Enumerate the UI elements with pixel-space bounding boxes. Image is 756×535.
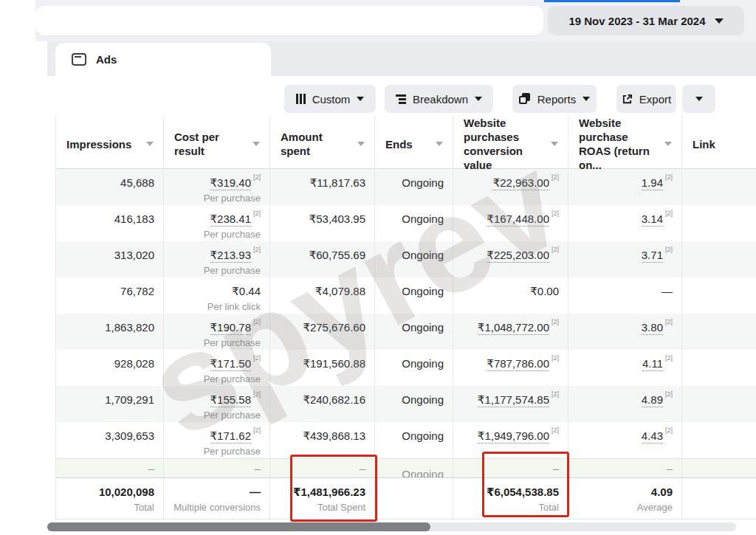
amount-spent-cell: ₹191,560.88 xyxy=(270,350,375,386)
chevron-down-icon xyxy=(715,18,724,24)
tab-ads[interactable]: Ads xyxy=(55,43,271,76)
breakdown-icon xyxy=(396,94,406,104)
search-filter-bar[interactable] xyxy=(35,6,543,35)
header-label: Ends xyxy=(385,137,413,151)
sort-caret-icon[interactable] xyxy=(357,142,365,146)
conversion-value-cell: ₹787,786.00[2] xyxy=(453,350,568,386)
ends-cell: Ongoing xyxy=(375,386,453,422)
roas-cell: 3.71[2] xyxy=(568,241,682,277)
table-row[interactable]: 76,782₹0.44Per link click₹4,079.88Ongoin… xyxy=(56,277,756,314)
column-header-conversion-value[interactable]: Website purchases conversion value xyxy=(453,116,568,172)
conversion-value-cell: ₹225,203.00[2] xyxy=(453,241,568,277)
reports-button-label: Reports xyxy=(537,93,577,106)
conversion-total-cell: ₹6,054,538.85 Total xyxy=(453,478,568,519)
column-header-amount-spent[interactable]: Amount spent xyxy=(270,116,375,172)
impressions-cell: 3,309,653 xyxy=(56,422,164,458)
table-row[interactable]: 416,183₹238.41[2]Per purchase₹53,403.95O… xyxy=(56,205,756,241)
impressions-cell: 45,688 xyxy=(56,169,164,205)
column-header-link[interactable]: Link xyxy=(682,116,756,172)
more-options-button[interactable] xyxy=(682,85,715,113)
amount-spent-cell: ₹4,079.88 xyxy=(270,277,375,314)
columns-icon xyxy=(296,94,306,104)
link-cell xyxy=(682,169,756,205)
ends-cell: Ongoing xyxy=(375,277,453,314)
amount-spent-cell: ₹439,868.13 xyxy=(270,422,375,458)
ends-cell: Ongoing xyxy=(375,314,453,350)
custom-columns-button[interactable]: Custom xyxy=(284,85,376,113)
ends-cell: Ongoing xyxy=(375,350,453,386)
impressions-cell: 1,863,820 xyxy=(56,314,164,350)
sort-caret-icon[interactable] xyxy=(252,142,260,146)
ends-cell: Ongoing xyxy=(375,459,453,477)
impressions-cell: 313,020 xyxy=(56,241,164,277)
link-cell xyxy=(682,386,756,422)
cost-per-result-cell: ₹213.93[2]Per purchase xyxy=(164,241,270,277)
impressions-cell: – xyxy=(56,459,164,477)
table-row[interactable]: 1,709,291₹155.58[2]Per purchase₹240,682.… xyxy=(56,386,756,422)
amount-spent-cell: ₹11,817.63 xyxy=(270,169,375,205)
table-row[interactable]: 1,863,820₹190.78[2]Per purchase₹275,676.… xyxy=(56,314,756,350)
toolbar: Custom Breakdown Reports Export xyxy=(47,76,756,116)
link-total-cell xyxy=(682,478,756,519)
chevron-down-icon xyxy=(357,97,364,101)
roas-cell: – xyxy=(568,459,682,477)
link-cell xyxy=(682,277,756,314)
cost-per-result-cell: ₹238.41[2]Per purchase xyxy=(164,205,270,241)
roas-cell: 1.94[2] xyxy=(568,169,682,205)
table-header-row: Impressions Cost per result Amount spent… xyxy=(56,116,756,169)
column-header-impressions[interactable]: Impressions xyxy=(56,116,164,172)
ends-cell: Ongoing xyxy=(375,422,453,458)
impressions-cell: 928,028 xyxy=(56,350,164,386)
roas-cell: 3.80[2] xyxy=(568,314,682,350)
chevron-down-icon xyxy=(583,97,590,101)
cost-per-result-cell: ₹171.62[2]Per purchase xyxy=(164,422,270,458)
column-header-ends[interactable]: Ends xyxy=(375,116,453,172)
roas-total-cell: 4.09 Average xyxy=(568,478,682,519)
conversion-value-cell: ₹1,048,772.00[2] xyxy=(453,314,568,350)
impressions-cell: 416,183 xyxy=(56,205,164,241)
header-label: Website purchases conversion value xyxy=(464,116,546,172)
roas-cell: — xyxy=(568,277,682,314)
breakdown-button-label: Breakdown xyxy=(413,93,468,106)
horizontal-scrollbar-thumb[interactable] xyxy=(47,522,430,531)
link-cell xyxy=(682,314,756,350)
cost-per-result-cell: ₹0.44Per link click xyxy=(164,277,270,314)
table-row[interactable]: 45,688₹319.40[2]Per purchase₹11,817.63On… xyxy=(56,169,756,205)
breakdown-button[interactable]: Breakdown xyxy=(385,85,493,113)
roas-cell: 4.11[2] xyxy=(568,350,682,386)
cost-per-result-cell: ₹190.78[2]Per purchase xyxy=(164,314,270,350)
link-cell xyxy=(682,422,756,458)
conversion-value-cell: ₹1,949,796.00[2] xyxy=(453,422,568,458)
ends-cell: Ongoing xyxy=(375,169,453,205)
sort-caret-icon[interactable] xyxy=(436,142,443,146)
cost-per-result-cell: ₹155.58[2]Per purchase xyxy=(164,386,270,422)
sort-caret-icon[interactable] xyxy=(551,142,558,146)
export-icon xyxy=(622,94,633,105)
impressions-total-cell: 10,020,098 Total xyxy=(56,478,164,519)
sort-caret-icon[interactable] xyxy=(664,142,672,146)
totals-row: 10,020,098 Total — Multiple conversions … xyxy=(56,477,756,520)
cost-per-result-cell: – xyxy=(164,459,270,477)
export-button[interactable]: Export xyxy=(616,85,676,113)
column-header-roas[interactable]: Website purchase ROAS (return on... xyxy=(568,116,682,172)
roas-cell: 4.43[2] xyxy=(568,422,682,458)
cost-per-result-cell: ₹171.50[2]Per purchase xyxy=(164,350,270,386)
reports-button[interactable]: Reports xyxy=(512,85,597,113)
chevron-down-icon xyxy=(475,97,482,101)
partial-summary-row: – – – Ongoing – – xyxy=(56,458,756,477)
custom-button-label: Custom xyxy=(312,93,351,106)
amount-spent-cell: ₹60,755.69 xyxy=(270,241,375,277)
sort-caret-icon[interactable] xyxy=(146,142,154,146)
roas-cell: 4.89[2] xyxy=(568,386,682,422)
table-row[interactable]: 3,309,653₹171.62[2]Per purchase₹439,868.… xyxy=(56,422,756,458)
cost-per-result-cell: ₹319.40[2]Per purchase xyxy=(164,169,270,205)
date-range-picker[interactable]: 19 Nov 2023 - 31 Mar 2024 xyxy=(548,6,744,35)
table-row[interactable]: 313,020₹213.93[2]Per purchase₹60,755.69O… xyxy=(56,241,756,277)
chevron-down-icon xyxy=(695,97,703,101)
conversion-value-cell: ₹22,963.00[2] xyxy=(453,169,568,205)
amount-spent-cell: ₹240,682.16 xyxy=(270,386,375,422)
table-row[interactable]: 928,028₹171.50[2]Per purchase₹191,560.88… xyxy=(56,350,756,386)
impressions-cell: 1,709,291 xyxy=(56,386,164,422)
column-header-cost-per-result[interactable]: Cost per result xyxy=(164,116,270,172)
ends-cell: Ongoing xyxy=(375,241,453,277)
